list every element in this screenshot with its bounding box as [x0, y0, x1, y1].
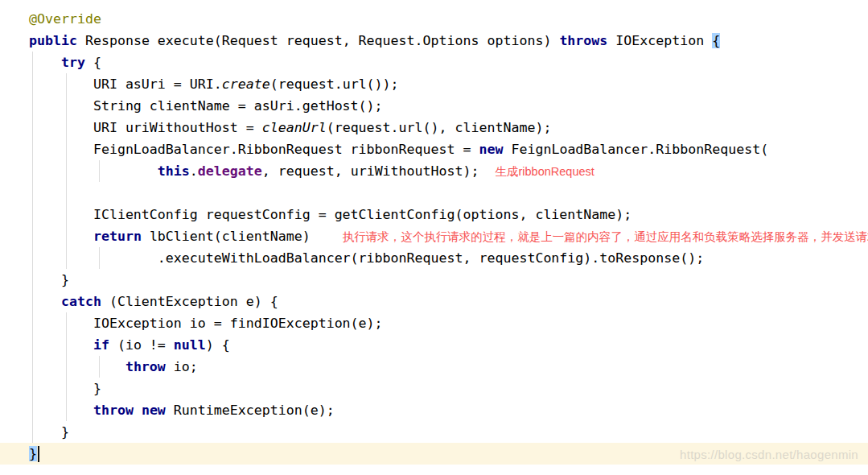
code-line[interactable]: URI asUri = URI.create(request.url());	[0, 73, 868, 95]
code-line[interactable]: catch (ClientException e) {	[0, 291, 868, 312]
code-line[interactable]: this.delegate, request, uriWithoutHost);…	[0, 160, 868, 182]
code-line[interactable]: throw new RuntimeException(e);	[0, 399, 868, 421]
code-line[interactable]: @Override	[0, 8, 868, 30]
code-line[interactable]: throw io;	[0, 356, 868, 378]
code-line[interactable]: URI uriWithoutHost = cleanUrl(request.ur…	[0, 117, 868, 138]
code-line[interactable]: try {	[0, 52, 868, 73]
code-line[interactable]: }	[0, 378, 868, 399]
code-line[interactable]	[0, 182, 868, 204]
code-line[interactable]: IClientConfig requestConfig = getClientC…	[0, 204, 868, 225]
code-line[interactable]: }	[0, 421, 868, 443]
code-line[interactable]: return lbClient(clientName) 执行请求，这个执行请求的…	[0, 225, 868, 247]
code-line[interactable]: IOException io = findIOException(e);	[0, 312, 868, 334]
code-line[interactable]: public Response execute(Request request,…	[0, 30, 868, 52]
code-area[interactable]: @Overridepublic Response execute(Request…	[0, 8, 868, 465]
code-editor-viewport[interactable]: @Overridepublic Response execute(Request…	[0, 0, 868, 475]
text-caret	[38, 446, 39, 462]
red-annotation-note: 生成ribbonRequest	[495, 165, 594, 178]
code-line[interactable]: String clientName = asUri.getHost();	[0, 95, 868, 117]
csdn-watermark-url: https://blog.csdn.net/haogenmin	[680, 448, 858, 461]
code-line[interactable]: }	[0, 269, 868, 291]
code-line[interactable]: FeignLoadBalancer.RibbonRequest ribbonRe…	[0, 138, 868, 160]
matched-brace: }	[29, 446, 37, 461]
code-line[interactable]: .executeWithLoadBalancer(ribbonRequest, …	[0, 247, 868, 269]
red-annotation-note: 执行请求，这个执行请求的过程，就是上一篇的内容了，通过应用名和负载策略选择服务器…	[343, 230, 868, 243]
code-line[interactable]: if (io != null) {	[0, 334, 868, 356]
matched-brace: {	[712, 33, 720, 48]
